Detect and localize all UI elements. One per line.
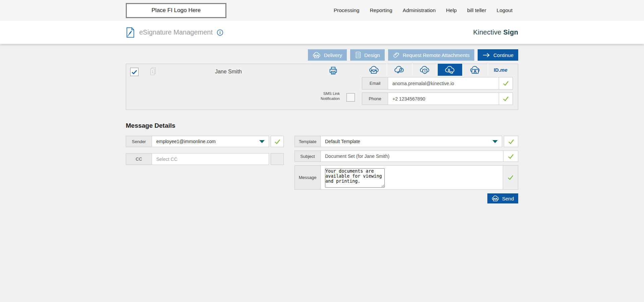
brand-kinective-sign: Kinective Sign [473, 28, 518, 36]
message-details-left-column: Sender employee1@immonline.com [126, 136, 284, 165]
recipient-panel: 1 Jane Smith [126, 64, 518, 110]
message-details-heading: Message Details [126, 122, 518, 129]
nav-processing[interactable]: Processing [334, 7, 360, 13]
message-label: Message [295, 166, 321, 189]
delivery-method-id-verification-tab[interactable] [462, 64, 487, 76]
recipient-phone-row: Phone [362, 93, 513, 105]
cloud-envelope-icon [492, 195, 499, 202]
page-header: eSignature Management Kinective Sign [0, 21, 644, 44]
esignature-document-icon [126, 27, 135, 38]
document-list-icon [355, 51, 361, 59]
document-count: 1 [152, 70, 154, 74]
cc-status-box [271, 153, 284, 165]
message-textarea[interactable]: Your documents are available for viewing… [325, 168, 385, 188]
continue-button[interactable]: Continue [478, 49, 518, 61]
nav-administration[interactable]: Administration [403, 7, 436, 13]
sms-link-notification-label: SMS Link Notification [301, 91, 340, 101]
sender-row: Sender employee1@immonline.com [126, 136, 269, 147]
delivery-method-security-question-tab[interactable]: ? [412, 64, 437, 76]
delivery-method-email-tab[interactable] [362, 64, 386, 76]
delivery-method-sms-phone-tab[interactable] [437, 64, 462, 76]
cloud-envelope-icon [313, 52, 321, 59]
cc-label: CC [126, 154, 152, 165]
subject-row: Subject [294, 150, 518, 162]
action-bar: Delivery Design [126, 49, 518, 61]
chevron-down-icon [259, 140, 265, 143]
delivery-button[interactable]: Delivery [308, 49, 347, 61]
delivery-method-tabs: ? [362, 64, 513, 76]
page-title: eSignature Management [139, 28, 213, 36]
recipient-name: Jane Smith [176, 64, 280, 79]
cloud-phone-icon [444, 65, 455, 74]
chevron-down-icon [492, 140, 498, 143]
delivery-method-idme-tab[interactable]: ID.me [488, 64, 513, 76]
sender-valid-check [271, 136, 284, 147]
sms-link-notification-checkbox[interactable] [346, 93, 355, 102]
email-input[interactable] [392, 81, 494, 86]
template-label: Template [295, 136, 321, 147]
nav-logout[interactable]: Logout [497, 7, 513, 13]
sender-dropdown[interactable]: employee1@immonline.com [152, 136, 269, 147]
cloud-id-card-icon [470, 65, 481, 74]
document-pages-icon: 1 [149, 67, 157, 76]
email-valid-check [499, 77, 513, 89]
recipient-email-row: Email [362, 77, 513, 89]
subject-input[interactable] [325, 154, 499, 159]
message-row: Message Your documents are available for… [294, 165, 518, 190]
phone-label: Phone [362, 93, 388, 105]
printer-icon[interactable] [329, 66, 338, 75]
subject-label: Subject [295, 151, 321, 162]
email-label: Email [362, 77, 388, 89]
fi-logo-text: Place FI Logo Here [152, 7, 201, 14]
nav-user-bill-teller[interactable]: bill teller [467, 7, 486, 13]
svg-text:?: ? [424, 69, 426, 73]
phone-valid-check [499, 93, 513, 105]
send-button[interactable]: Send [487, 193, 518, 203]
paperclip-icon [393, 51, 400, 59]
phone-input[interactable] [392, 96, 494, 102]
template-dropdown[interactable]: Default Template [321, 136, 502, 147]
idme-logo: ID.me [494, 67, 507, 73]
template-valid-check [504, 136, 518, 147]
recipient-checkbox[interactable] [130, 68, 139, 76]
cloud-key-icon [394, 65, 405, 74]
request-remote-attachments-button[interactable]: Request Remote Attachments [388, 49, 474, 61]
cloud-email-icon [369, 65, 380, 74]
main-content: Delivery Design [0, 44, 644, 203]
message-valid-check [503, 166, 518, 189]
delivery-method-access-key-tab[interactable] [386, 64, 412, 76]
message-details-right-column: Template Default Template Subject [294, 136, 518, 203]
nav-help[interactable]: Help [446, 7, 457, 13]
top-bar: Place FI Logo Here Processing Reporting … [0, 0, 644, 21]
template-row: Template Default Template [294, 136, 502, 147]
sender-label: Sender [126, 136, 152, 147]
subject-valid-check [503, 151, 518, 162]
design-button[interactable]: Design [350, 49, 385, 61]
cc-input[interactable] [156, 157, 264, 162]
arrow-right-icon [482, 53, 490, 58]
top-nav: Processing Reporting Administration Help… [334, 7, 518, 13]
cloud-shield-question-icon: ? [419, 65, 430, 74]
info-icon[interactable] [217, 29, 223, 36]
fi-logo-placeholder: Place FI Logo Here [126, 3, 226, 18]
nav-reporting[interactable]: Reporting [370, 7, 392, 13]
cc-row: CC [126, 153, 269, 165]
